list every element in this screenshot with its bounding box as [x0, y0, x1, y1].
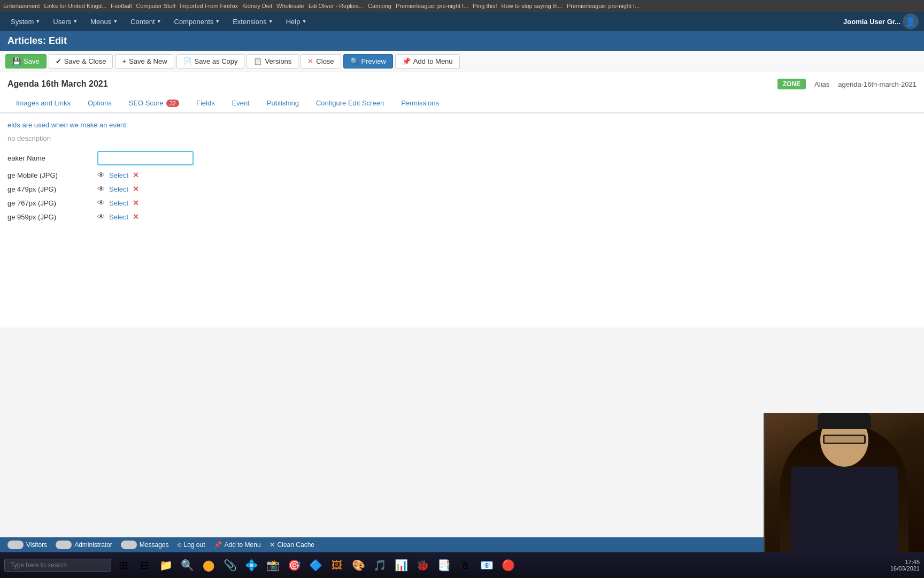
save-copy-label: Save as Copy — [195, 57, 238, 65]
image-479-row: ge 479px (JPG) 👁 Select ✕ — [7, 185, 917, 193]
image-767-row: ge 767px (JPG) 👁 Select ✕ — [7, 199, 917, 207]
toolbar: 💾 Save ✔ Save & Close + Save & New 📄 Sav… — [0, 51, 924, 72]
add-menu-label: Add to Menu — [413, 57, 453, 65]
tab-options[interactable]: Options — [79, 94, 120, 113]
bookmarks-bar: Entertainment Links for United Kingd... … — [0, 0, 924, 12]
bookmark-item[interactable]: How to stop saying th... — [502, 3, 563, 9]
select-479-link[interactable]: Select — [109, 185, 128, 193]
checkmark-icon: ✔ — [56, 57, 61, 65]
image-767-label: ge 767px (JPG) — [7, 199, 93, 207]
bookmark-item[interactable]: Football — [111, 3, 132, 9]
select-mobile-link[interactable]: Select — [109, 171, 128, 179]
article-title-input[interactable] — [7, 79, 769, 89]
eye-icon[interactable]: 👁 — [97, 171, 105, 179]
eye-icon-959[interactable]: 👁 — [97, 212, 105, 221]
save-close-label: Save & Close — [64, 57, 106, 65]
versions-button[interactable]: 📋 Versions — [247, 54, 298, 69]
tab-images-and-links[interactable]: Images and Links — [7, 94, 79, 113]
content-area: elds are used when we make an event: no … — [0, 113, 924, 328]
image-mobile-label: ge Mobile (JPG) — [7, 171, 93, 179]
bookmark-item[interactable]: Computer Stuff — [136, 3, 175, 9]
image-959-label: ge 959px (JPG) — [7, 213, 93, 221]
tab-permissions[interactable]: Permissions — [392, 94, 448, 113]
brand-label: Joomla User Gr... — [843, 18, 900, 26]
plus-icon: + — [122, 57, 126, 65]
add-to-menu-button[interactable]: 📌 Add to Menu — [395, 54, 460, 69]
clear-479-icon[interactable]: ✕ — [133, 185, 139, 193]
nav-users[interactable]: Users ▼ — [48, 16, 83, 28]
bookmark-item[interactable]: Imported From Firefox — [180, 3, 238, 9]
page-title: Articles: Edit — [7, 35, 67, 46]
nav-help[interactable]: Help ▼ — [281, 16, 312, 28]
bookmark-item[interactable]: Entertainment — [3, 3, 40, 9]
speaker-name-input[interactable] — [97, 151, 194, 165]
clear-mobile-icon[interactable]: ✕ — [133, 171, 139, 179]
tabs-bar: Images and Links Options SEO Score 32 Fi… — [0, 94, 924, 113]
save-new-button[interactable]: + Save & New — [115, 54, 174, 69]
joomla-navbar: System ▼ Users ▼ Menus ▼ Content ▼ Compo… — [0, 12, 924, 31]
tab-seo-score[interactable]: SEO Score 32 — [120, 94, 188, 113]
image-mobile-row: ge Mobile (JPG) 👁 Select ✕ — [7, 171, 917, 179]
save-close-button[interactable]: ✔ Save & Close — [49, 54, 113, 69]
speaker-name-row: eaker Name — [7, 151, 917, 165]
save-icon: 💾 — [12, 57, 21, 65]
close-label: Close — [316, 57, 334, 65]
clear-959-icon[interactable]: ✕ — [133, 212, 139, 221]
bookmark-item[interactable]: Edi Oliver - Replies... — [309, 3, 364, 9]
speaker-name-label: eaker Name — [7, 154, 93, 162]
close-button[interactable]: ✕ Close — [301, 54, 341, 69]
eye-icon-479[interactable]: 👁 — [97, 185, 105, 193]
copy-icon: 📄 — [183, 57, 192, 65]
bookmark-item[interactable]: Kidney Diet — [242, 3, 272, 9]
versions-icon: 📋 — [253, 57, 262, 65]
alias-label: Alias — [814, 80, 829, 88]
tab-publishing[interactable]: Publishing — [258, 94, 307, 113]
nav-components[interactable]: Components ▼ — [169, 16, 226, 28]
preview-label: Preview — [361, 57, 386, 65]
add-menu-icon: 📌 — [402, 57, 411, 65]
tab-event[interactable]: Event — [224, 94, 258, 113]
save-button[interactable]: 💾 Save — [5, 54, 47, 69]
nav-content[interactable]: Content ▼ — [125, 16, 166, 28]
eye-icon-767[interactable]: 👁 — [97, 199, 105, 207]
alias-value: agenda-16th-march-2021 — [838, 80, 917, 88]
no-description: no description — [7, 134, 917, 142]
bookmark-item[interactable]: Premierleague: pre-night f... — [396, 3, 468, 9]
preview-icon: 🔍 — [350, 57, 359, 65]
save-label: Save — [24, 57, 40, 65]
nav-extensions[interactable]: Extensions ▼ — [227, 16, 279, 28]
versions-label: Versions — [265, 57, 291, 65]
bookmark-item[interactable]: Premierleague: pre-night f... — [567, 3, 640, 9]
bookmark-item[interactable]: Ping this! — [473, 3, 497, 9]
zone-badge: ZONE — [777, 79, 806, 89]
bookmark-item[interactable]: Links for United Kingd... — [44, 3, 106, 9]
select-959-link[interactable]: Select — [109, 213, 128, 221]
image-479-label: ge 479px (JPG) — [7, 185, 93, 193]
event-fields-note: elds are used when we make an event: — [7, 121, 917, 129]
nav-user-avatar[interactable]: 👤 — [903, 13, 919, 29]
page-title-bar: Articles: Edit — [0, 31, 924, 51]
clear-767-icon[interactable]: ✕ — [133, 199, 139, 207]
image-959-row: ge 959px (JPG) 👁 Select ✕ — [7, 212, 917, 221]
preview-button[interactable]: 🔍 Preview — [343, 54, 393, 69]
article-title-area: ZONE Alias agenda-16th-march-2021 — [0, 72, 924, 94]
bookmark-item[interactable]: Wholesale — [276, 3, 304, 9]
nav-menus[interactable]: Menus ▼ — [85, 16, 123, 28]
close-icon: ✕ — [307, 57, 313, 65]
bookmark-item[interactable]: Camping — [368, 3, 391, 9]
save-copy-button[interactable]: 📄 Save as Copy — [176, 54, 245, 69]
save-new-label: Save & New — [129, 57, 167, 65]
tab-fields[interactable]: Fields — [188, 94, 224, 113]
select-767-link[interactable]: Select — [109, 199, 128, 207]
tab-configure-edit-screen[interactable]: Configure Edit Screen — [307, 94, 392, 113]
nav-system[interactable]: System ▼ — [5, 16, 45, 28]
seo-badge: 32 — [166, 100, 179, 107]
